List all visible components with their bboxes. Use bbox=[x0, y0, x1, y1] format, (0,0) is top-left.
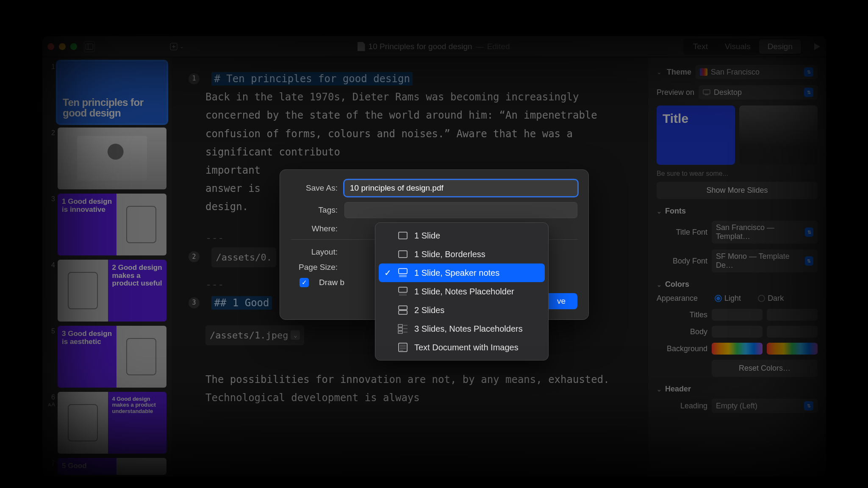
layout-option[interactable]: Text Document with Images bbox=[379, 338, 545, 357]
layout-icon bbox=[397, 286, 408, 297]
titles-color-swatch-2[interactable] bbox=[767, 309, 818, 321]
layout-icon bbox=[397, 230, 408, 241]
tab-visuals[interactable]: Visuals bbox=[716, 39, 759, 54]
design-inspector: ⌄ Theme San Francisco ⇅ Preview on Deskt… bbox=[648, 57, 826, 477]
save-button[interactable]: ve bbox=[545, 293, 577, 309]
title-font-value: San Francisco — Templat… bbox=[716, 223, 801, 241]
layout-icon bbox=[397, 342, 408, 353]
layout-option-label: 1 Slide, Speaker notes bbox=[414, 268, 499, 278]
updown-icon: ⇅ bbox=[805, 227, 813, 237]
disclosure-icon[interactable]: ⌄ bbox=[657, 208, 662, 215]
play-button[interactable] bbox=[813, 42, 821, 51]
zoom-icon[interactable] bbox=[70, 43, 77, 50]
svg-rect-6 bbox=[703, 90, 710, 94]
layout-option[interactable]: 1 Slide, Borderless bbox=[379, 245, 545, 263]
preview-on-label: Preview on bbox=[657, 88, 694, 97]
svg-rect-17 bbox=[399, 311, 407, 314]
panel-switcher[interactable]: Text Visuals Design bbox=[683, 38, 802, 55]
thumb-4[interactable]: 4 2 Good design makes a product useful bbox=[47, 260, 166, 322]
layout-option[interactable]: 3 Slides, Notes Placeholders bbox=[379, 319, 545, 338]
theme-value: San Francisco bbox=[711, 68, 760, 77]
chevron-down-icon: ⌄ bbox=[180, 44, 184, 50]
titles-color-swatch[interactable] bbox=[712, 309, 763, 321]
background-color-label: Background bbox=[657, 344, 707, 353]
body-color-swatch-2[interactable] bbox=[767, 326, 818, 338]
minimize-icon[interactable] bbox=[59, 43, 66, 50]
layout-option[interactable]: ✓1 Slide, Speaker notes bbox=[379, 263, 545, 282]
layout-option-label: 3 Slides, Notes Placeholders bbox=[414, 324, 523, 334]
appearance-label: Appearance bbox=[657, 294, 698, 303]
disclosure-icon[interactable]: ⌄ bbox=[657, 386, 662, 393]
thumb-6[interactable]: 6ᴀA 4 Good design makes a product unders… bbox=[47, 392, 166, 454]
layout-option[interactable]: 1 Slide bbox=[379, 226, 545, 245]
thumb-number: 1 bbox=[47, 61, 55, 71]
sidebar-toggle-icon[interactable] bbox=[84, 41, 95, 52]
page-size-label: Page Size: bbox=[291, 263, 338, 272]
title-font-select[interactable]: San Francisco — Templat…⇅ bbox=[712, 221, 818, 244]
chevron-down-icon[interactable]: ⌄ bbox=[291, 330, 300, 340]
heading-2: ## 1 Good bbox=[211, 296, 272, 310]
thumb-2[interactable]: 2 bbox=[47, 128, 166, 189]
updown-icon: ⇅ bbox=[805, 256, 813, 266]
layout-dropdown[interactable]: 1 Slide1 Slide, Borderless✓1 Slide, Spea… bbox=[375, 222, 549, 360]
colors-section: Colors bbox=[665, 280, 689, 289]
preview-card-title[interactable]: Title bbox=[657, 105, 735, 165]
theme-select[interactable]: San Francisco ⇅ bbox=[696, 65, 818, 79]
layout-option-label: 2 Slides bbox=[414, 305, 444, 315]
preview-card-image[interactable] bbox=[739, 105, 818, 165]
asset-chip[interactable]: /assets/0. bbox=[211, 247, 276, 268]
thumb-title: 1 Good design is innovative bbox=[58, 194, 116, 255]
thumb-5[interactable]: 5 3 Good design is aesthetic bbox=[47, 326, 166, 388]
thumb-3[interactable]: 3 1 Good design is innovative bbox=[47, 194, 166, 255]
reset-colors-button[interactable]: Reset Colors… bbox=[712, 360, 818, 377]
thumb-1[interactable]: 1 Ten principles for good design bbox=[47, 61, 166, 123]
body-font-value: SF Mono — Template De… bbox=[716, 252, 801, 270]
background-color-swatch-2[interactable] bbox=[767, 343, 818, 355]
asset-path: /assets/0. bbox=[216, 249, 272, 266]
background-color-swatch[interactable] bbox=[712, 343, 763, 355]
leading-value: Empty (Left) bbox=[716, 402, 757, 410]
radio-light[interactable] bbox=[715, 295, 722, 302]
thumb-7[interactable]: 7 5 Good bbox=[47, 458, 166, 475]
body-font-select[interactable]: SF Mono — Template De…⇅ bbox=[712, 250, 818, 272]
close-icon[interactable] bbox=[47, 43, 54, 50]
svg-rect-16 bbox=[399, 306, 407, 310]
preview-on-select[interactable]: Desktop ⇅ bbox=[699, 85, 818, 100]
layout-option[interactable]: 2 Slides bbox=[379, 301, 545, 319]
disclosure-icon[interactable]: ⌄ bbox=[657, 281, 662, 288]
layout-icon bbox=[397, 305, 408, 316]
thumb-number: 4 bbox=[47, 260, 55, 269]
leading-label: Leading bbox=[657, 402, 707, 410]
layout-option[interactable]: 1 Slide, Notes Placeholder bbox=[379, 282, 545, 301]
document-title[interactable]: 10 Principles for good design — Edited bbox=[184, 42, 683, 51]
svg-rect-19 bbox=[398, 328, 402, 330]
tab-text[interactable]: Text bbox=[685, 39, 716, 54]
show-more-slides-button[interactable]: Show More Slides bbox=[657, 182, 818, 199]
heading-1: # Ten principles for good design bbox=[211, 72, 412, 86]
edited-indicator: Edited bbox=[487, 42, 510, 51]
asset-chip[interactable]: /assets/1.jpeg⌄ bbox=[205, 325, 304, 346]
svg-rect-0 bbox=[86, 44, 93, 49]
tags-input[interactable] bbox=[344, 202, 577, 218]
tab-design[interactable]: Design bbox=[759, 39, 801, 54]
layout-label: Layout: bbox=[291, 247, 338, 257]
leading-select[interactable]: Empty (Left)⇅ bbox=[712, 399, 818, 413]
draw-border-label: Draw b bbox=[319, 278, 344, 287]
add-slide-button[interactable]: ⌄ bbox=[169, 42, 184, 51]
thumb-number: 7 bbox=[47, 458, 55, 467]
asset-path: /assets/1.jpeg bbox=[210, 327, 288, 344]
save-as-label: Save As: bbox=[291, 183, 338, 193]
draw-border-checkbox[interactable]: ✓ bbox=[300, 278, 309, 287]
updown-icon: ⇅ bbox=[804, 401, 813, 410]
body-color-swatch[interactable] bbox=[712, 326, 763, 338]
window-controls[interactable] bbox=[47, 43, 77, 50]
layout-option-label: Text Document with Images bbox=[414, 343, 519, 352]
disclosure-icon[interactable]: ⌄ bbox=[657, 69, 662, 75]
layout-icon bbox=[397, 267, 408, 278]
filename-input[interactable] bbox=[344, 180, 577, 196]
body-text: The possibilities for innovation are not… bbox=[189, 371, 631, 407]
theme-swatch-icon bbox=[700, 68, 707, 76]
radio-dark[interactable] bbox=[758, 295, 765, 302]
slide-thumbnails: 1 Ten principles for good design 2 3 1 G… bbox=[42, 57, 172, 477]
svg-rect-18 bbox=[398, 324, 402, 327]
